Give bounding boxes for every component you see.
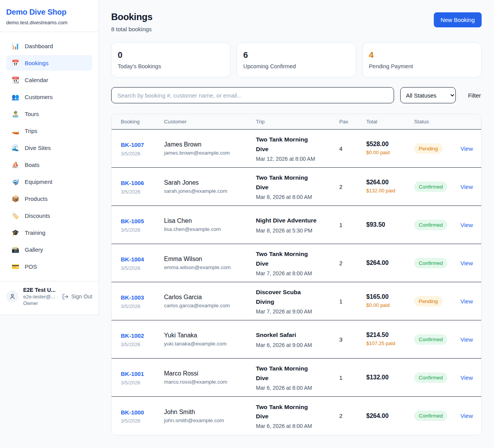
table-row: BK-1001 3/5/2026 Marco Rossi marco.rossi… [112,359,481,397]
booking-id-link[interactable]: BK-1001 [121,369,155,378]
booking-id-link[interactable]: BK-1003 [121,293,145,302]
table-row: BK-1003 3/5/2026 Carlos Garcia carlos.ga… [112,282,481,320]
stat-value: 6 [243,50,349,60]
table-row: BK-1007 3/5/2026 James Brown james.brown… [112,130,481,168]
table-header-row: Booking Customer Trip Pax Total Status [112,114,481,130]
total-amount: $214.50 [366,332,414,339]
status-badge: Pending [414,296,443,307]
sidebar-item-label: Customers [25,94,53,100]
booking-date: 3/5/2026 [121,227,155,233]
sidebar-item-label: Calendar [25,77,48,83]
total-amount: $165.00 [366,293,414,300]
stat-card-pending-payment: 4 Pending Payment [362,42,482,77]
new-booking-button[interactable]: New Booking [434,12,482,27]
stat-label: Today's Bookings [118,63,224,69]
total-amount: $264.00 [366,259,414,266]
sidebar: Demo Dive Shop demo.test.divestreams.com… [0,0,99,315]
sign-out-label: Sign Out [71,293,92,300]
sidebar-item-calendar[interactable]: 📆 Calendar [6,72,92,88]
person-icon [9,293,16,300]
status-badge: Pending [414,143,443,154]
booking-id-link[interactable]: BK-1007 [121,140,155,149]
bar-chart-icon: 📊 [12,42,19,50]
sidebar-item-tours[interactable]: 🏝️ Tours [6,106,92,121]
table-row: BK-1004 3/5/2026 Emma Wilson emma.wilson… [112,244,481,282]
trip-datetime: Mar 8, 2026 at 5:30 PM [256,227,339,234]
stats-cards: 0 Today's Bookings 6 Upcoming Confirmed … [111,42,482,77]
customer-email: lisa.chen@example.com [164,226,256,232]
total-amount: $528.00 [366,141,414,148]
total-amount: $132.00 [366,374,414,381]
booking-id-link[interactable]: BK-1006 [121,179,145,187]
col-header-customer: Customer [164,119,256,125]
main-content: Bookings 8 total bookings New Booking 0 … [99,0,494,448]
sidebar-item-boats[interactable]: ⛵ Boats [6,157,92,172]
sign-out-button[interactable]: Sign Out [62,293,92,300]
view-button[interactable]: View [460,145,481,152]
sidebar-item-products[interactable]: 📦 Products [6,191,92,206]
paid-amount: $107.25 paid [366,340,397,347]
avatar [6,290,19,303]
sidebar-item-dashboard[interactable]: 📊 Dashboard [6,38,92,54]
trip-name: Two Tank Morning Dive [256,135,319,153]
pax-count: 1 [339,374,366,381]
sidebar-item-label: Boats [25,162,39,168]
page-header: Bookings 8 total bookings New Booking [111,12,482,32]
search-input[interactable] [111,87,394,103]
customer-name: John Smith [164,409,256,416]
customer-name: Marco Rossi [164,370,256,377]
customer-email: sarah.jones@example.com [164,188,256,194]
view-button[interactable]: View [460,413,481,419]
credit-card-icon: 💳 [12,263,19,270]
status-filter-select[interactable]: All Statuses [400,87,456,103]
booking-id-link[interactable]: BK-1005 [121,217,145,226]
sidebar-item-customers[interactable]: 👥 Customers [6,89,92,104]
view-button[interactable]: View [460,374,481,381]
stat-label: Upcoming Confirmed [243,63,349,69]
people-icon: 👥 [12,93,19,101]
booking-id-link[interactable]: BK-1000 [121,408,145,417]
view-button[interactable]: View [460,260,481,266]
filter-button[interactable]: Filter [467,91,482,100]
booking-date: 3/5/2026 [121,418,155,424]
col-header-trip: Trip [256,119,339,125]
customer-name: James Brown [164,141,256,148]
customer-name: Lisa Chen [164,217,256,224]
island-icon: 🏝️ [12,110,19,118]
sidebar-item-equipment[interactable]: 🤿 Equipment [6,174,92,189]
package-icon: 📦 [12,195,19,202]
paid-amount: $0.00 paid [366,149,397,156]
table-row: BK-1006 3/5/2026 Sarah Jones sarah.jones… [112,168,481,206]
booking-date: 3/5/2026 [121,303,155,309]
sidebar-item-pos[interactable]: 💳 POS [6,259,92,274]
camera-flash-icon: 📸 [12,246,19,253]
sidebar-item-discounts[interactable]: 🏷️ Discounts [6,208,92,223]
booking-date: 3/5/2026 [121,380,155,386]
view-button[interactable]: View [460,184,481,190]
status-badge: Confirmed [414,258,447,268]
sidebar-item-trips[interactable]: 🚤 Trips [6,123,92,138]
total-amount: $264.00 [366,179,414,186]
sidebar-item-gallery[interactable]: 📸 Gallery [6,242,92,257]
view-button[interactable]: View [460,336,481,343]
sidebar-item-label: Training [25,229,46,236]
view-button[interactable]: View [460,222,481,228]
page-title: Bookings [111,12,152,22]
pax-count: 4 [339,145,366,152]
booking-id-link[interactable]: BK-1002 [121,331,145,340]
sidebar-item-label: Bookings [25,60,49,66]
sidebar-item-dive-sites[interactable]: 🌊 Dive Sites [6,140,92,155]
app-root: Demo Dive Shop demo.test.divestreams.com… [0,0,494,448]
status-badge: Confirmed [414,334,447,345]
status-badge: Confirmed [414,372,447,383]
sidebar-item-training[interactable]: 🎓 Training [6,225,92,240]
customer-email: yuki.tanaka@example.com [164,341,256,347]
trip-datetime: Mar 6, 2026 at 8:00 AM [256,385,339,391]
booking-id-link[interactable]: BK-1004 [121,255,145,264]
view-button[interactable]: View [460,298,481,305]
bookings-table: Booking Customer Trip Pax Total Status B… [111,114,482,435]
sidebar-item-bookings[interactable]: 📅 Bookings [6,55,92,71]
pax-count: 3 [339,336,366,343]
customer-email: marco.rossi@example.com [164,379,256,385]
diving-mask-icon: 🤿 [12,178,19,185]
